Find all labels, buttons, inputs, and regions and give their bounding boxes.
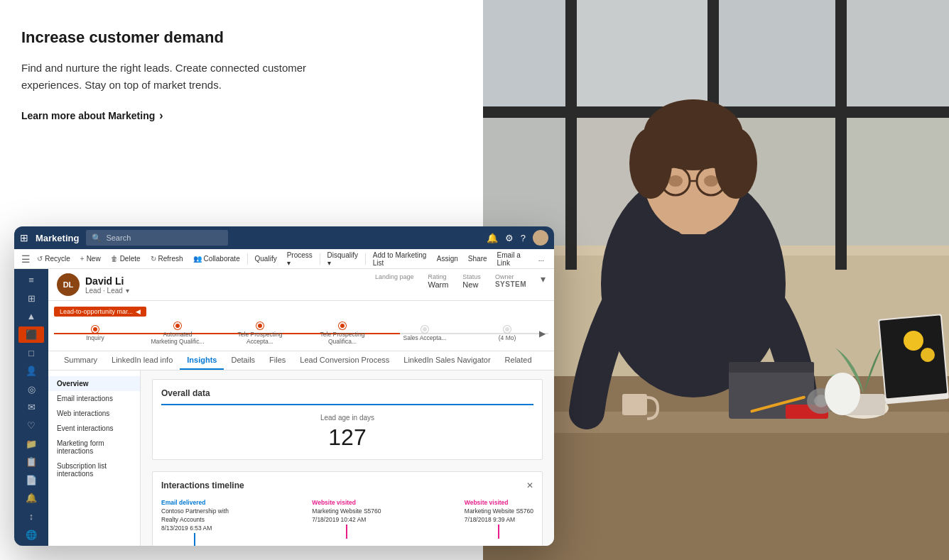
svg-point-21: [715, 128, 757, 199]
svg-rect-2: [565, 0, 577, 270]
record-left: DL David Li Lead · Lead ▾: [57, 273, 129, 296]
chevron-right-icon: ›: [159, 109, 163, 122]
svg-rect-4: [835, 0, 847, 270]
tab-linkedin-lead[interactable]: LinkedIn lead info: [104, 351, 180, 370]
crm-insights: Overview Email interactions Web interact…: [48, 370, 554, 546]
tab-related[interactable]: Related: [498, 351, 539, 370]
menu-toggle-icon[interactable]: ☰: [20, 252, 31, 266]
insights-nav-email[interactable]: Email interactions: [48, 391, 140, 406]
separator-3: [365, 253, 366, 265]
stage-dot-3: [256, 322, 264, 329]
lead-age-label: Lead age in days: [161, 414, 533, 422]
event-line-2: [346, 525, 347, 539]
lead-age: Lead age in days 127: [161, 414, 533, 451]
insights-nav-forms[interactable]: Marketing form interactions: [48, 436, 140, 459]
sidebar-icon-globe[interactable]: ◎: [18, 381, 44, 398]
stage-inquiry[interactable]: Inquiry: [54, 326, 136, 341]
stage-dot-1: [92, 326, 99, 333]
disqualify-button[interactable]: Disqualify ▾: [323, 250, 362, 268]
insights-nav-event[interactable]: Event interactions: [48, 421, 140, 436]
svg-point-39: [904, 331, 923, 351]
timeline-events-top: Email delivered Contoso Partnership with…: [161, 499, 533, 546]
delete-button[interactable]: 🗑 Delete: [107, 253, 145, 264]
tab-lead-conversion[interactable]: Lead Conversion Process: [293, 351, 396, 370]
stage-sales[interactable]: Sales Accepta...: [384, 326, 466, 341]
stage-dot-5: [421, 326, 428, 333]
svg-rect-8: [719, 0, 835, 106]
meta-status: Status New: [462, 273, 481, 289]
add-to-list-button[interactable]: Add to Marketing List: [369, 250, 431, 268]
learn-more-link[interactable]: Learn more about Marketing ›: [21, 109, 455, 122]
svg-point-41: [825, 373, 860, 415]
tab-summary[interactable]: Summary: [57, 351, 104, 370]
settings-icon[interactable]: ⚙: [505, 233, 514, 243]
stage-automated[interactable]: Automated Marketing Qualific...: [136, 322, 219, 345]
more-button[interactable]: ...: [534, 253, 548, 264]
timeline-title: Interactions timeline: [161, 481, 244, 490]
meta-rating: Rating Warm: [428, 273, 448, 289]
waffle-icon[interactable]: ⊞: [20, 232, 28, 243]
notification-icon[interactable]: 🔔: [487, 233, 498, 243]
collaborate-button[interactable]: 👥 Collaborate: [189, 253, 244, 264]
sidebar-icon-user[interactable]: 👤: [18, 363, 44, 380]
tab-details[interactable]: Details: [224, 351, 262, 370]
insights-nav-subscription[interactable]: Subscription list interactions: [48, 459, 140, 481]
sidebar-icon-active[interactable]: ⬛: [18, 326, 44, 344]
record-meta: Landing page Rating Warm Status New: [375, 273, 546, 289]
tab-linkedin-sales[interactable]: LinkedIn Sales Navigator: [396, 351, 497, 370]
recycle-button[interactable]: ↺ Recycle: [33, 253, 75, 264]
sidebar-icon-doc[interactable]: 📄: [18, 472, 44, 489]
event-line-1: [194, 533, 195, 546]
dropdown-icon[interactable]: ▾: [126, 287, 129, 295]
sidebar-icon-heart[interactable]: ♡: [18, 417, 44, 434]
refresh-icon: ↻: [151, 255, 156, 263]
insights-nav-web[interactable]: Web interactions: [48, 406, 140, 421]
record-subtitle: Lead · Lead ▾: [85, 287, 129, 295]
tab-insights[interactable]: Insights: [180, 351, 224, 370]
user-avatar[interactable]: [533, 230, 548, 246]
process-nav-left[interactable]: ◀: [136, 308, 141, 315]
search-placeholder: Search: [106, 234, 131, 242]
headline: Increase customer demand: [21, 28, 455, 47]
crm-topbar: ⊞ Marketing 🔍 Search 🔔 ⚙ ?: [14, 226, 554, 249]
share-button[interactable]: Share: [464, 253, 492, 264]
sidebar-icon-up[interactable]: ▲: [18, 308, 44, 325]
new-button[interactable]: + New: [76, 253, 105, 264]
refresh-button[interactable]: ↻ Refresh: [146, 253, 188, 264]
help-icon[interactable]: ?: [521, 233, 526, 243]
process-button[interactable]: Process ▾: [283, 250, 317, 268]
stage-4mo[interactable]: (4 Mo): [466, 326, 548, 341]
sidebar-icon-mail[interactable]: ✉: [18, 399, 44, 416]
stage-tele1[interactable]: Tele Prospecting Accepta...: [219, 322, 301, 345]
recycle-icon: ↺: [37, 255, 43, 263]
sidebar-icon-bell[interactable]: 🔔: [18, 490, 44, 507]
sidebar-icon-home[interactable]: ⊞: [18, 290, 44, 307]
page-container: Increase customer demand Find and nurtur…: [0, 0, 949, 560]
email-link-button[interactable]: Email a Link: [493, 250, 533, 268]
record-avatar: DL: [57, 273, 80, 296]
stage-dot-4: [339, 322, 346, 329]
timeline-event-1: Email delivered Contoso Partnership with…: [161, 499, 229, 546]
search-bar[interactable]: 🔍 Search: [86, 230, 228, 246]
app-name-label: Marketing: [36, 233, 79, 243]
stage-tele2[interactable]: Tele Prospecting Qualifica...: [301, 322, 384, 345]
sidebar-icon-clipboard[interactable]: 📋: [18, 454, 44, 471]
sidebar-icon-network[interactable]: 🌐: [18, 526, 44, 543]
insights-nav-overview[interactable]: Overview: [48, 376, 140, 391]
assign-button[interactable]: Assign: [433, 253, 462, 264]
sidebar-icon-box[interactable]: □: [18, 344, 44, 361]
timeline-close-icon[interactable]: ✕: [526, 481, 533, 490]
meta-owner: Owner SYSTEM: [495, 273, 526, 288]
svg-rect-42: [622, 394, 647, 415]
tab-files[interactable]: Files: [262, 351, 293, 370]
overall-data-card: Overall data Lead age in days 127: [152, 379, 543, 460]
qualify-button[interactable]: Qualify: [251, 253, 281, 264]
sidebar-icon-menu[interactable]: ≡: [18, 272, 44, 289]
sidebar-icon-swap[interactable]: ↕: [18, 508, 44, 525]
event-line-3: [498, 525, 499, 539]
collapse-icon[interactable]: ▾: [541, 273, 546, 285]
svg-rect-7: [577, 0, 707, 106]
stage-dot-6: [504, 326, 511, 333]
sidebar-icon-folder[interactable]: 📁: [18, 435, 44, 452]
timeline-header: Interactions timeline ✕: [161, 481, 533, 490]
